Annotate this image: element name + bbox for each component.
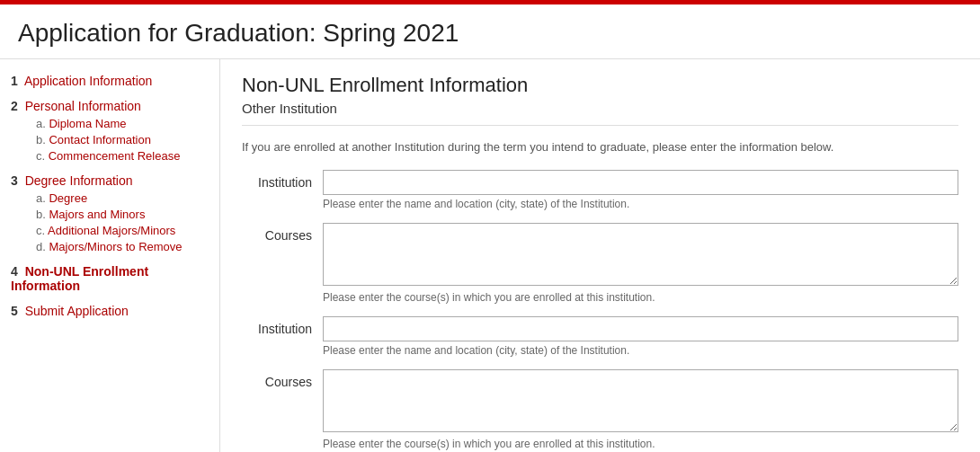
sidebar-item-non-unl-enrollment[interactable]: Non-UNL Enrollment Information	[11, 264, 148, 293]
sidebar-item-personal-information[interactable]: Personal Information	[25, 99, 141, 113]
sidebar-section-1: 1 Application Information	[11, 74, 209, 88]
section-description: If you are enrolled at another Instituti…	[242, 140, 958, 154]
sidebar-sub-item-contact-information: b. Contact Information	[36, 133, 209, 146]
form-group-institution-2: Institution Please enter the name and lo…	[242, 316, 958, 357]
sidebar-num-4: 4	[11, 264, 18, 279]
sidebar-link-majors-minors-remove[interactable]: Majors/Minors to Remove	[49, 240, 182, 253]
sidebar-sub-item-majors-minors: b. Majors and Minors	[36, 208, 209, 221]
main-layout: 1 Application Information 2 Personal Inf…	[0, 59, 980, 452]
content-area: Non-UNL Enrollment Information Other Ins…	[220, 59, 980, 452]
hint-institution-2: Please enter the name and location (city…	[323, 344, 958, 357]
sidebar-section-3: 3 Degree Information a. Degree b. Majors…	[11, 173, 209, 253]
sidebar-num-1: 1	[11, 74, 18, 88]
sidebar-sub-item-majors-minors-remove: d. Majors/Minors to Remove	[36, 240, 209, 253]
sidebar-sub-2: a. Diploma Name b. Contact Information c…	[11, 117, 209, 163]
label-courses-1: Courses	[242, 223, 323, 243]
field-wrap-institution-2: Please enter the name and location (city…	[323, 316, 958, 357]
sidebar-link-diploma-name[interactable]: Diploma Name	[49, 117, 126, 130]
sidebar-section-5: 5 Submit Application	[11, 304, 209, 318]
textarea-courses-2[interactable]	[323, 369, 958, 432]
hint-courses-2: Please enter the course(s) in which you …	[323, 438, 958, 450]
sidebar-sub-item-commencement-release: c. Commencement Release	[36, 149, 209, 163]
sidebar-item-degree-information[interactable]: Degree Information	[25, 173, 133, 188]
sidebar-item-application-information[interactable]: Application Information	[24, 74, 152, 88]
input-institution-2[interactable]	[323, 316, 958, 341]
label-institution-2: Institution	[242, 316, 323, 336]
sidebar: 1 Application Information 2 Personal Inf…	[0, 59, 220, 452]
sidebar-sub-item-additional-majors-minors: c. Additional Majors/Minors	[36, 224, 209, 237]
section-title: Non-UNL Enrollment Information	[242, 74, 958, 97]
sidebar-link-commencement-release[interactable]: Commencement Release	[49, 149, 181, 163]
field-wrap-institution-1: Please enter the name and location (city…	[323, 170, 958, 210]
sidebar-section-4: 4 Non-UNL Enrollment Information	[11, 264, 209, 293]
input-institution-1[interactable]	[323, 170, 958, 195]
sidebar-link-additional-majors-minors[interactable]: Additional Majors/Minors	[48, 224, 175, 237]
sidebar-link-majors-minors[interactable]: Majors and Minors	[49, 208, 145, 221]
hint-institution-1: Please enter the name and location (city…	[323, 198, 958, 210]
form-group-courses-1: Courses Please enter the course(s) in wh…	[242, 223, 958, 304]
field-wrap-courses-1: Please enter the course(s) in which you …	[323, 223, 958, 304]
textarea-courses-1[interactable]	[323, 223, 958, 286]
hint-courses-1: Please enter the course(s) in which you …	[323, 291, 958, 304]
form-group-institution-1: Institution Please enter the name and lo…	[242, 170, 958, 210]
divider	[242, 125, 958, 126]
form-group-courses-2: Courses Please enter the course(s) in wh…	[242, 369, 958, 450]
sidebar-section-2: 2 Personal Information a. Diploma Name b…	[11, 99, 209, 163]
label-institution-1: Institution	[242, 170, 323, 190]
sub-section-title: Other Institution	[242, 101, 958, 116]
sidebar-link-contact-information[interactable]: Contact Information	[49, 133, 150, 146]
sidebar-sub-3: a. Degree b. Majors and Minors c. Additi…	[11, 191, 209, 253]
sidebar-sub-item-diploma-name: a. Diploma Name	[36, 117, 209, 130]
sidebar-link-degree[interactable]: Degree	[49, 191, 87, 205]
sidebar-sub-item-degree: a. Degree	[36, 191, 209, 205]
sidebar-item-submit-application[interactable]: Submit Application	[25, 304, 129, 318]
sidebar-num-5: 5	[11, 304, 18, 318]
field-wrap-courses-2: Please enter the course(s) in which you …	[323, 369, 958, 450]
sidebar-num-3: 3	[11, 173, 18, 188]
label-courses-2: Courses	[242, 369, 323, 389]
sidebar-num-2: 2	[11, 99, 18, 113]
page-title: Application for Graduation: Spring 2021	[0, 4, 980, 59]
